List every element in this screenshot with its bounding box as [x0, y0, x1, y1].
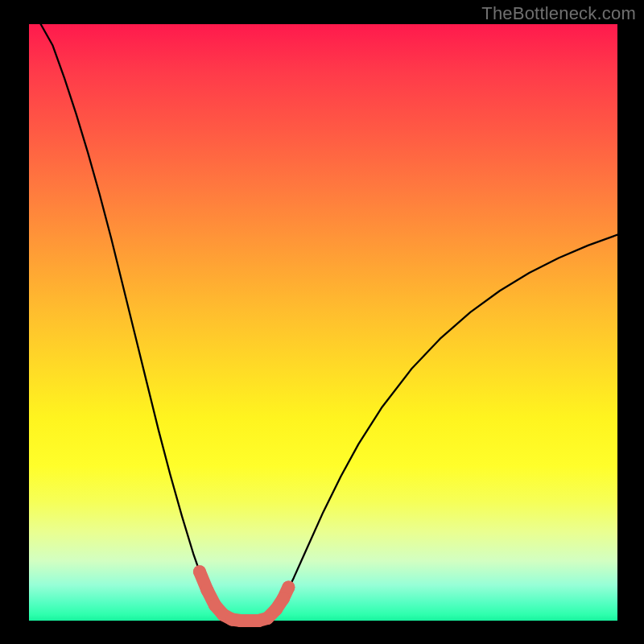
- optimal-markers: [193, 565, 295, 627]
- bottleneck-curve: [41, 24, 617, 621]
- chart-frame: TheBottleneck.com: [0, 0, 644, 644]
- optimal-marker-dot: [270, 603, 283, 616]
- optimal-marker-dot: [277, 592, 290, 605]
- curve-layer: [0, 0, 644, 644]
- optimal-marker-dot: [193, 565, 206, 578]
- optimal-marker-dot: [200, 584, 213, 597]
- optimal-marker-dot: [282, 581, 295, 594]
